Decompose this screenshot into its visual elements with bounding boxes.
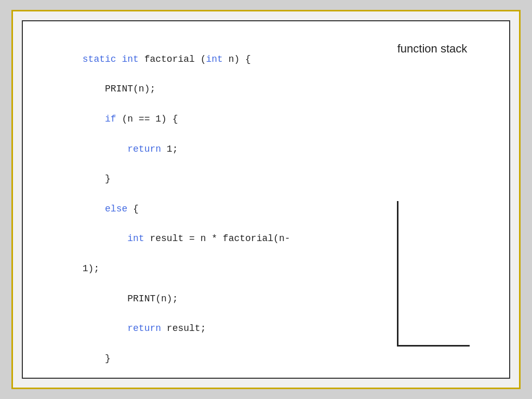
- code-indent-ret: [83, 323, 127, 334]
- inner-border: static int factorial (int n) { PRINT(n);…: [22, 20, 510, 379]
- code-result-line-cont: 1);: [83, 263, 99, 274]
- right-panel: function stack: [355, 21, 509, 378]
- code-return1-val: 1;: [161, 144, 178, 154]
- code-text-1: factorial (: [139, 54, 206, 64]
- code-result-line: result = n * factorial(n-: [144, 233, 290, 244]
- keyword-else: else: [105, 204, 127, 214]
- code-indent-else: [83, 204, 105, 214]
- keyword-return2: return: [127, 323, 161, 334]
- function-stack-label: function stack: [397, 42, 468, 56]
- code-panel: static int factorial (int n) { PRINT(n);…: [23, 21, 355, 378]
- keyword-int-2: int: [206, 54, 222, 64]
- code-if-cond: (n == 1) {: [116, 114, 178, 124]
- stack-box: [397, 201, 470, 347]
- code-line-print1: PRINT(n);: [83, 84, 155, 94]
- keyword-int-1: int: [122, 54, 138, 64]
- code-print2: PRINT(n);: [83, 294, 178, 304]
- keyword-if: if: [105, 114, 116, 124]
- code-else-open: {: [127, 204, 139, 214]
- code-indent-4: [83, 233, 127, 244]
- keyword-return1: return: [127, 144, 161, 154]
- code-indent-3: [83, 144, 127, 154]
- code-return2-val: result;: [161, 323, 206, 334]
- outer-border: static int factorial (int n) { PRINT(n);…: [11, 10, 521, 389]
- code-text-2: n) {: [223, 54, 251, 64]
- code-close-else: }: [83, 353, 111, 364]
- code-close-if: }: [83, 174, 111, 184]
- code-indent-2: [83, 114, 105, 124]
- keyword-int-3: int: [127, 233, 144, 244]
- keyword-static: static: [83, 54, 122, 64]
